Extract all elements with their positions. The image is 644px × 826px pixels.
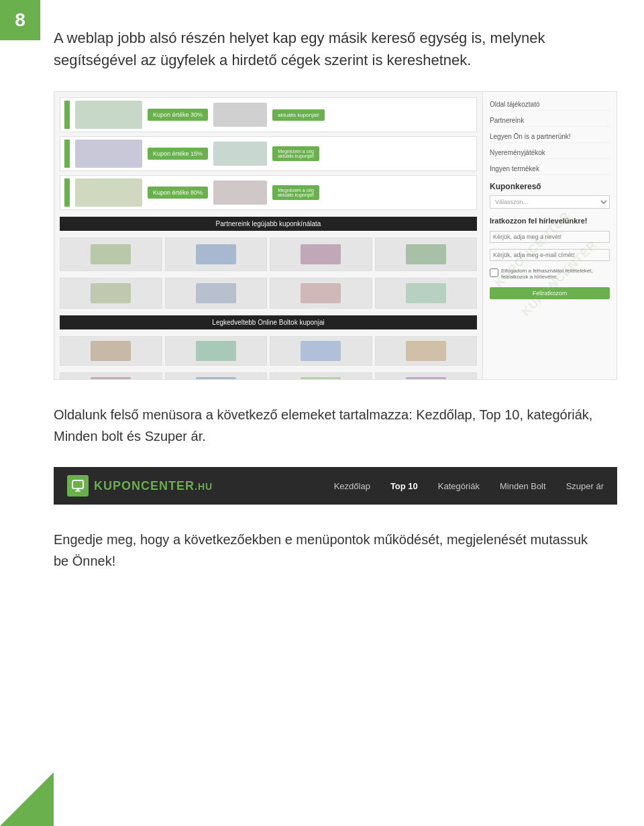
coupon-row-1: Kupon értéke 30% aktuális kuponját! (60, 97, 477, 132)
nav-item-kategoriak[interactable]: Kategóriák (438, 481, 480, 491)
agree-checkbox[interactable] (490, 268, 498, 277)
coupon-action-2: Megnézem a cégaktuális kuponját! (272, 146, 319, 161)
sidebar-link-1: Oldal tájékoztató (490, 99, 610, 111)
kuponkereso-title: Kuponkereső (490, 182, 610, 191)
kuponkereso-select[interactable]: Válasszon... (490, 195, 610, 209)
nav-bar-mockup: KUPONCENTER.HU Kezdőlap Top 10 Kategóriá… (54, 467, 617, 505)
nav-item-kezdolap[interactable]: Kezdőlap (334, 481, 370, 491)
subscribe-button[interactable]: Feliratkozom (490, 287, 610, 299)
screenshot-mockup: Kupon értéke 30% aktuális kuponját! Kupo… (54, 91, 617, 380)
bottom-text: Engedje meg, hogy a következőekben e men… (54, 529, 604, 572)
sidebar-link-3: Legyen Ön is a partnerünk! (490, 131, 610, 143)
online-logos-row-2 (60, 372, 477, 380)
nav-items: Kezdőlap Top 10 Kategóriák Minden Bolt S… (334, 481, 604, 491)
page-number: 8 (0, 0, 40, 40)
nav-logo-icon (67, 475, 89, 497)
name-input[interactable] (490, 231, 610, 243)
coupon-badge-2: Kupon értéke 15% (148, 148, 208, 160)
online-logos-row-1 (60, 336, 477, 366)
coupon-row-3: Kupon értéke 80% Megnézem a cégaktuális … (60, 175, 477, 210)
decorative-triangle (0, 772, 54, 826)
nav-item-minden-bolt[interactable]: Minden Bolt (500, 481, 546, 491)
nav-item-szuper-ar[interactable]: Szuper ár (566, 481, 604, 491)
email-input[interactable] (490, 249, 610, 261)
coupon-badge-3: Kupon értéke 80% (148, 187, 208, 199)
intro-text: A weblap jobb alsó részén helyet kap egy… (54, 27, 604, 71)
screenshot-left: Kupon értéke 30% aktuális kuponját! Kupo… (54, 92, 482, 379)
sidebar-link-2: Partnereink (490, 115, 610, 127)
coupon-action-3: Megnézem a cégaktuális kuponját! (272, 185, 319, 200)
nav-logo-text: KUPONCENTER.HU (94, 479, 213, 493)
coupon-badge-1: Kupon értéke 30% (148, 109, 208, 121)
online-bar: Legkedveltebb Online Boltok kuponjai (60, 315, 477, 329)
sidebar-link-4: Nyereményjátékok (490, 147, 610, 159)
coupon-action-1: aktuális kuponját! (272, 109, 325, 121)
partners-bar: Partnereink legújabb kuponkínálata (60, 217, 477, 231)
sidebar-link-5: Ingyen termékek (490, 163, 610, 175)
svg-point-1 (76, 488, 79, 491)
partner-logos-row2 (60, 278, 477, 309)
svg-rect-2 (75, 491, 80, 492)
nav-logo-area: KUPONCENTER.HU (67, 475, 213, 497)
coupon-row-2: Kupon értéke 15% Megnézem a cégaktuális … (60, 136, 477, 171)
screenshot-sidebar: Oldal tájékoztató Partnereink Legyen Ön … (482, 92, 616, 379)
nav-item-top10[interactable]: Top 10 (390, 481, 418, 491)
checkbox-row: Elfogadom a felhasználási feltételeket, … (490, 268, 610, 280)
section-text: Oldalunk felső menüsora a következő elem… (54, 404, 604, 447)
newsletter-title: Iratkozzon fel hírlevelünkre! (490, 217, 610, 225)
svg-rect-0 (72, 480, 83, 488)
partner-logos-row (60, 238, 477, 271)
